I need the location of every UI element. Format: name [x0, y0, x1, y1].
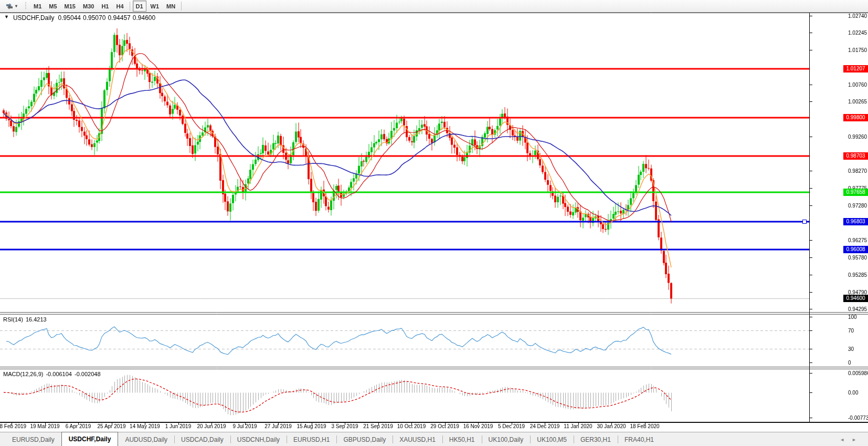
date-label: 18 Feb 2020	[630, 423, 659, 429]
date-label: 19 Mar 2019	[30, 423, 59, 429]
timeframe-button-w1[interactable]: W1	[147, 1, 163, 12]
macd-value: -0.006104	[46, 371, 72, 377]
ohlc-open: 0.95044	[58, 14, 81, 22]
rsi-value: 16.4213	[26, 316, 47, 323]
rsi-tick-label: 30	[848, 346, 854, 351]
tab-scroll-right-button[interactable]: ►	[852, 437, 856, 442]
tab-audusd-daily[interactable]: AUDUSD,Daily	[118, 432, 174, 446]
date-label: 3 Sep 2019	[331, 423, 358, 429]
date-label: 25 Apr 2019	[98, 423, 126, 429]
tab-scroll-left-button[interactable]: ◄	[840, 437, 844, 442]
timeframe-button-mn[interactable]: MN	[163, 1, 178, 12]
tab-usdcnh-daily[interactable]: USDCNH,Daily	[230, 432, 287, 446]
macd-tick-label: 0.005986	[848, 370, 868, 376]
chart-canvas[interactable]	[0, 0, 868, 446]
price-tick-label: 0.98270	[848, 168, 867, 174]
date-label: 27 Jul 2019	[264, 423, 292, 429]
price-tick-label: 0.99260	[848, 133, 867, 139]
timeframe-button-m1[interactable]: M1	[30, 1, 45, 12]
ohlc-low: 0.94457	[108, 14, 130, 22]
price-line-label[interactable]: 0.96803	[843, 218, 868, 225]
tab-ger30-h1[interactable]: GER30,H1	[574, 432, 618, 446]
symbol-tab-bar: EURUSD,DailyUSDCHF,DailyAUDUSD,DailyUSDC…	[0, 432, 868, 446]
price-line-label[interactable]: 0.98703	[843, 152, 868, 160]
price-tick-label: 1.01750	[848, 47, 867, 53]
timeframe-button-d1[interactable]: D1	[133, 1, 146, 12]
chart-context-arrow-icon[interactable]: ▼	[4, 14, 9, 22]
timeframe-button-m15[interactable]: M15	[61, 1, 79, 12]
date-label: 20 Jun 2019	[197, 423, 226, 429]
macd-name: MACD(12,26,9)	[3, 371, 43, 377]
toolbar-grip	[25, 2, 27, 10]
rsi-name: RSI(14)	[3, 316, 23, 323]
price-tick-label: 1.00265	[848, 99, 867, 105]
date-label: 24 Dec 2019	[530, 423, 560, 429]
price-line-label[interactable]: 0.99800	[843, 114, 868, 121]
date-label: 10 Oct 2019	[397, 423, 426, 429]
tab-eurusd-daily[interactable]: EURUSD,Daily	[5, 432, 61, 446]
price-tick-label: 0.95285	[848, 272, 867, 277]
arrange-charts-button[interactable]: ▾	[2, 1, 20, 12]
rsi-tick-label: 100	[848, 314, 857, 320]
price-tick-label: 1.02245	[848, 30, 867, 36]
price-line-label[interactable]: 1.01207	[843, 65, 868, 72]
mt4-window: ▾ M1M5M15M30H1H4D1W1MN ▼ USDCHF,Daily 0.…	[0, 0, 868, 446]
timeframe-button-h4[interactable]: H4	[113, 1, 126, 12]
tab-eurusd-h1[interactable]: EURUSD,H1	[287, 432, 336, 446]
ohlc-high: 0.95070	[83, 14, 105, 22]
date-label: 14 May 2019	[130, 423, 160, 429]
date-label: 30 Jan 2020	[597, 423, 626, 429]
bid-price-label: 0.94600	[843, 295, 868, 302]
tab-usdcad-daily[interactable]: USDCAD,Daily	[174, 432, 230, 446]
macd-signal-value: -0.002048	[75, 371, 101, 377]
tab-uk100-daily[interactable]: UK100,Daily	[482, 432, 531, 446]
date-label: 11 Jan 2020	[564, 423, 592, 429]
date-label: 16 Nov 2019	[463, 423, 493, 429]
chevron-down-icon: ▾	[15, 4, 17, 8]
rsi-label: RSI(14) 16.4213	[3, 316, 47, 323]
tab-uk100-m5[interactable]: UK100,M5	[530, 432, 574, 446]
price-tick-label: 0.97280	[848, 202, 867, 208]
timeframe-button-m30[interactable]: M30	[80, 1, 97, 12]
date-label: 9 Jul 2019	[232, 423, 257, 429]
date-label: 5 Dec 2019	[498, 423, 525, 429]
timeframe-button-m5[interactable]: M5	[46, 1, 60, 12]
date-label: 1 Jun 2019	[165, 423, 192, 429]
price-tick-label: 1.00760	[848, 81, 867, 87]
tab-xauusd-h1[interactable]: XAUUSD,H1	[393, 432, 442, 446]
macd-label: MACD(12,26,9) -0.006104 -0.002048	[3, 371, 101, 377]
arrange-charts-icon	[5, 3, 14, 10]
toolbar: ▾ M1M5M15M30H1H4D1W1MN	[0, 0, 868, 13]
date-label: 29 Oct 2019	[430, 423, 459, 429]
timeframe-button-h1[interactable]: H1	[98, 1, 112, 12]
price-tick-label: 0.95780	[848, 255, 867, 261]
tab-usdchf-daily[interactable]: USDCHF,Daily	[61, 432, 119, 446]
tab-gbpusd-daily[interactable]: GBPUSD,Daily	[336, 432, 393, 446]
price-line-label[interactable]: 0.97658	[843, 189, 868, 196]
ohlc-close: 0.94600	[133, 14, 155, 22]
rsi-tick-label: 0	[848, 360, 851, 366]
tab-hk50-h1[interactable]: HK50,H1	[442, 432, 482, 446]
date-label: 6 Apr 2019	[66, 423, 91, 429]
toolbar-separator	[130, 2, 130, 11]
toolbar-separator	[181, 2, 182, 11]
macd-tick-label: 0.00	[848, 390, 858, 396]
price-tick-label: 0.96275	[848, 237, 867, 243]
price-line-label[interactable]: 0.96008	[843, 246, 868, 253]
macd-tick-label: -0.007737	[848, 414, 868, 420]
chart-title: ▼ USDCHF,Daily 0.95044 0.95070 0.94457 0…	[4, 14, 155, 22]
chart-symbol-label: USDCHF,Daily	[13, 14, 55, 22]
date-label: 21 Sep 2019	[363, 423, 393, 429]
date-label: 15 Aug 2019	[297, 423, 326, 429]
rsi-tick-label: 70	[848, 328, 854, 334]
price-tick-label: 0.94295	[848, 306, 867, 312]
price-tick-label: 1.02740	[848, 13, 867, 18]
tab-fra40-h1[interactable]: FRA40,H1	[618, 432, 661, 446]
price-tick-label: 0.94790	[848, 289, 867, 295]
date-label: 28 Feb 2019	[0, 423, 26, 429]
